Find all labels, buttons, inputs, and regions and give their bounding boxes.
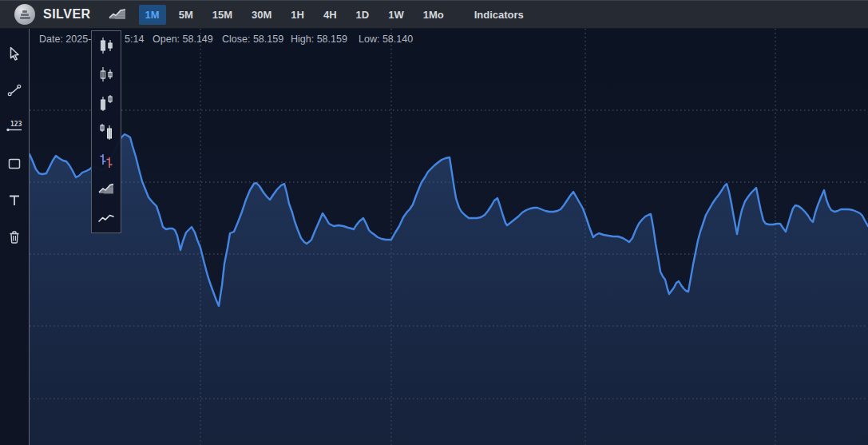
menu-item-candles[interactable]	[92, 31, 121, 60]
candles-icon	[97, 36, 115, 55]
info-date-prefix: Date: 2025-1	[39, 34, 97, 45]
timeframe-30m[interactable]: 30M	[245, 5, 278, 25]
ohlc-info-bar: Date: 2025-1 5:14 Open: 58.149 Close: 58…	[30, 32, 868, 46]
trading-app: Date: 2025-1 5:14 Open: 58.149 Close: 58…	[0, 0, 868, 445]
chart-type-menu	[91, 30, 121, 233]
info-low: Low: 58.140	[359, 34, 413, 45]
timeframe-15m[interactable]: 15M	[206, 5, 239, 25]
timeframe-1d[interactable]: 1D	[350, 5, 376, 25]
info-open: Open: 58.149	[153, 34, 213, 45]
menu-item-hollow-candles[interactable]	[92, 60, 121, 89]
price-chart[interactable]	[30, 29, 868, 445]
text-icon	[6, 193, 22, 209]
cursor-icon	[6, 46, 22, 62]
silver-bars-icon	[20, 10, 30, 19]
info-close: Close: 58.159	[222, 34, 283, 45]
rectangle-tool-button[interactable]	[2, 145, 27, 182]
trend-line-tool-button[interactable]	[2, 72, 27, 109]
trend-line-icon	[6, 82, 22, 98]
symbol-title: SILVER	[43, 7, 91, 22]
price-line-123-icon: 123	[6, 119, 23, 135]
timeframe-4h[interactable]: 4H	[317, 5, 343, 25]
hollow-candles-icon	[97, 65, 115, 84]
rectangle-icon	[6, 156, 22, 172]
candles-mixed-right-filled-icon	[97, 122, 115, 141]
menu-item-area[interactable]	[92, 175, 121, 204]
trash-icon	[6, 229, 22, 245]
area-chart-icon	[107, 7, 128, 22]
area-icon	[97, 181, 116, 198]
svg-text:123: 123	[10, 121, 22, 128]
timeframe-1mo[interactable]: 1Mo	[417, 5, 450, 25]
menu-item-candles-mixed-left-filled[interactable]	[92, 89, 121, 117]
area-fill	[30, 134, 868, 445]
ohlc-bars-icon	[97, 151, 115, 170]
candles-mixed-left-filled-icon	[97, 93, 115, 113]
price-line-tool-button[interactable]: 123	[2, 109, 27, 145]
text-tool-button[interactable]	[2, 182, 27, 219]
silver-coin-logo	[14, 4, 35, 25]
cursor-tool-button[interactable]	[2, 35, 27, 72]
timeframe-1h[interactable]: 1H	[284, 5, 311, 25]
menu-item-candles-mixed-right-filled[interactable]	[92, 117, 121, 146]
menu-item-line[interactable]	[92, 204, 121, 232]
timeframe-1w[interactable]: 1W	[382, 5, 410, 25]
line-icon	[97, 209, 116, 227]
drawing-toolbar: 123	[0, 29, 30, 445]
timeframe-1m[interactable]: 1M	[139, 5, 166, 25]
top-bar: SILVER 1M 5M 15M 30M 1H 4H 1D 1W 1Mo Ind…	[0, 0, 868, 29]
timeframe-5m[interactable]: 5M	[172, 5, 200, 25]
menu-item-ohlc-bars[interactable]	[92, 146, 121, 175]
delete-tool-button[interactable]	[2, 219, 27, 256]
indicators-button[interactable]: Indicators	[474, 9, 524, 21]
info-date-suffix: 5:14	[125, 34, 144, 45]
info-high: High: 58.159	[291, 34, 347, 45]
chart-type-button[interactable]	[102, 2, 133, 26]
